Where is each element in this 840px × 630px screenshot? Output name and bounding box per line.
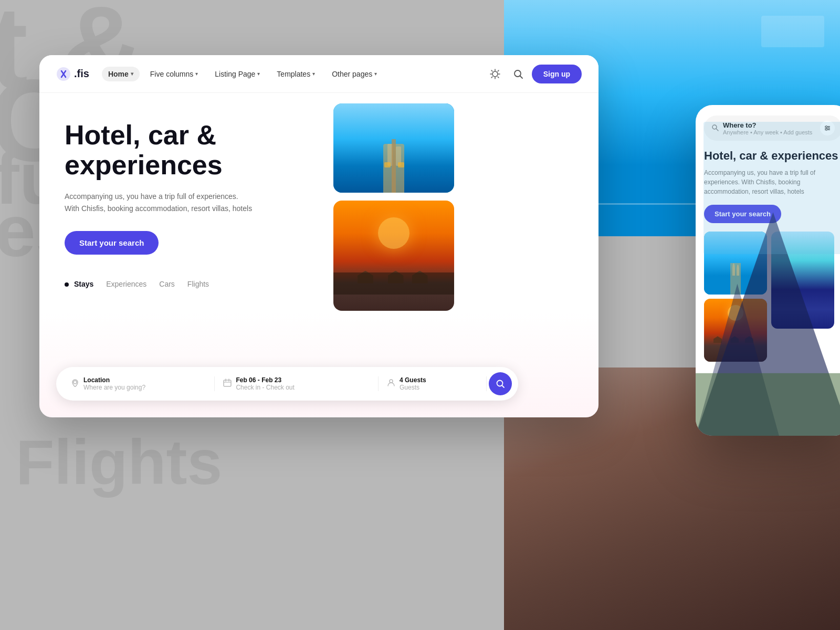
svg-line-9 [491,77,492,78]
svg-line-11 [520,76,522,78]
mobile-phone-preview: Where to? Anywhere • Any week • Add gues… [696,105,840,436]
logo-text: .fis [74,68,89,80]
browser-window: .fis Home ▾ Five columns ▾ Listing Page … [39,55,598,417]
svg-line-7 [498,77,499,78]
hero-image-1 [333,103,454,193]
nav-other-pages[interactable]: Other pages ▾ [326,67,383,81]
phone-images-grid [696,232,840,362]
logo[interactable]: .fis [56,67,89,81]
tab-experiences[interactable]: Experiences [106,280,146,288]
nav-five-columns[interactable]: Five columns ▾ [144,67,204,81]
hero-subtitle: Accompanying us, you have a trip full of… [65,191,254,214]
svg-point-17 [390,380,393,383]
navbar: .fis Home ▾ Five columns ▾ Listing Page … [39,55,598,93]
signup-button[interactable]: Sign up [532,65,582,83]
hero-section: Hotel, car & experiences Accompanying us… [39,93,598,417]
phone-image-3 [771,232,834,329]
templates-chevron: ▾ [312,71,315,77]
svg-line-8 [498,70,499,71]
hero-title: Hotel, car & experiences [65,120,308,180]
guests-field[interactable]: 4 Guests Guests [379,376,487,391]
search-icon-button[interactable] [509,65,528,83]
tab-stays[interactable]: Stays [65,280,93,288]
bg-text-5: Flights [16,430,222,494]
search-tabs: Stays Experiences Cars Flights [65,280,308,288]
guests-icon [387,379,395,389]
nav-listing-page[interactable]: Listing Page ▾ [208,67,266,81]
svg-point-1 [492,71,498,77]
listing-chevron: ▾ [257,71,260,77]
tab-flights[interactable]: Flights [187,280,209,288]
tab-cars[interactable]: Cars [159,280,175,288]
svg-line-6 [491,70,492,71]
logo-icon [56,67,71,81]
other-pages-chevron: ▾ [374,71,377,77]
five-columns-chevron: ▾ [195,71,198,77]
nav-templates[interactable]: Templates ▾ [270,67,321,81]
start-search-button[interactable]: Start your search [65,231,159,255]
nav-home[interactable]: Home ▾ [102,67,140,81]
home-chevron: ▾ [131,71,133,77]
theme-toggle-button[interactable] [486,65,505,83]
hero-left: Hotel, car & experiences Accompanying us… [39,93,333,417]
search-submit-button[interactable] [489,372,512,395]
hero-image-2 [333,201,454,311]
svg-line-19 [502,385,504,387]
